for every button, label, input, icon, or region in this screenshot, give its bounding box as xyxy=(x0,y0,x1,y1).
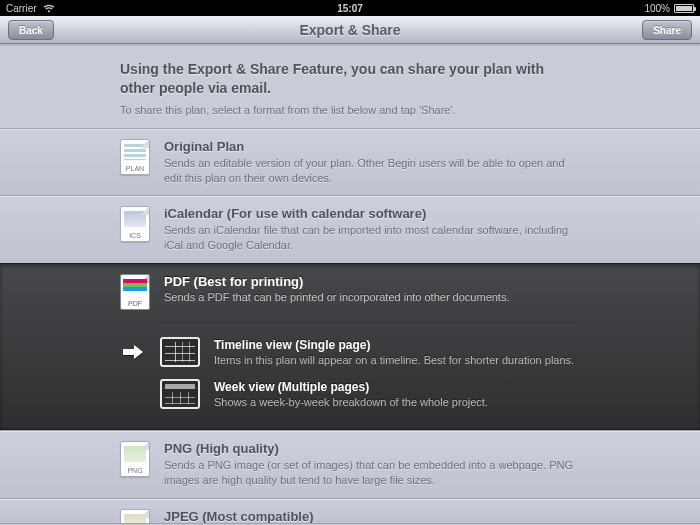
format-title: PDF (Best for printing) xyxy=(164,274,509,289)
nav-bar: Back Export & Share Share xyxy=(0,16,700,44)
file-plan-icon: PLAN xyxy=(120,139,150,175)
format-row-png[interactable]: PNG PNG (High quality) Sends a PNG image… xyxy=(0,430,700,498)
carrier-label: Carrier xyxy=(6,3,37,14)
intro-title: Using the Export & Share Feature, you ca… xyxy=(120,60,580,98)
page-title: Export & Share xyxy=(299,22,400,38)
file-badge: PLAN xyxy=(126,165,144,172)
format-desc: Sends a PNG image (or set of images) tha… xyxy=(164,458,580,488)
share-button[interactable]: Share xyxy=(642,20,692,40)
format-row-plan[interactable]: PLAN Original Plan Sends an editable ver… xyxy=(0,128,700,196)
format-title: PNG (High quality) xyxy=(164,441,580,456)
selected-arrow-icon xyxy=(120,344,146,360)
file-png-icon: PNG xyxy=(120,441,150,477)
file-badge: PDF xyxy=(121,300,149,307)
intro-subtitle: To share this plan, select a format from… xyxy=(120,104,580,116)
file-jpeg-icon xyxy=(120,509,150,524)
status-bar: Carrier 15:07 100% xyxy=(0,0,700,16)
option-desc: Shows a week-by-week breakdown of the wh… xyxy=(214,396,488,408)
format-title: iCalendar (For use with calendar softwar… xyxy=(164,206,580,221)
format-title: Original Plan xyxy=(164,139,580,154)
option-title: Week view (Multiple pages) xyxy=(214,380,488,394)
battery-percent: 100% xyxy=(644,3,670,14)
file-badge: ICS xyxy=(129,232,141,239)
week-thumb-icon xyxy=(160,379,200,409)
option-desc: Items in this plan will appear on a time… xyxy=(214,354,574,366)
wifi-icon xyxy=(43,4,55,13)
timeline-thumb-icon xyxy=(160,337,200,367)
file-pdf-icon: PDF xyxy=(120,274,150,310)
back-button[interactable]: Back xyxy=(8,20,54,40)
file-ics-icon: ICS xyxy=(120,206,150,242)
status-time: 15:07 xyxy=(337,3,363,14)
format-row-pdf-selected[interactable]: PDF PDF (Best for printing) Sends a PDF … xyxy=(0,263,700,430)
format-row-icalendar[interactable]: ICS iCalendar (For use with calendar sof… xyxy=(0,195,700,263)
format-row-jpeg[interactable]: JPEG (Most compatible) xyxy=(0,498,700,524)
format-desc: Sends a PDF that can be printed or incor… xyxy=(164,291,509,303)
option-title: Timeline view (Single page) xyxy=(214,338,574,352)
battery-icon xyxy=(674,4,694,13)
file-badge: PNG xyxy=(127,467,142,474)
intro-block: Using the Export & Share Feature, you ca… xyxy=(0,44,700,128)
divider xyxy=(160,322,580,323)
pdf-option-week[interactable]: Week view (Multiple pages) Shows a week-… xyxy=(120,375,580,417)
pdf-option-timeline[interactable]: Timeline view (Single page) Items in thi… xyxy=(120,333,580,375)
content-scroll[interactable]: Using the Export & Share Feature, you ca… xyxy=(0,44,700,525)
format-title: JPEG (Most compatible) xyxy=(164,509,580,524)
format-desc: Sends an editable version of your plan. … xyxy=(164,156,580,186)
format-desc: Sends an iCalendar file that can be impo… xyxy=(164,223,580,253)
